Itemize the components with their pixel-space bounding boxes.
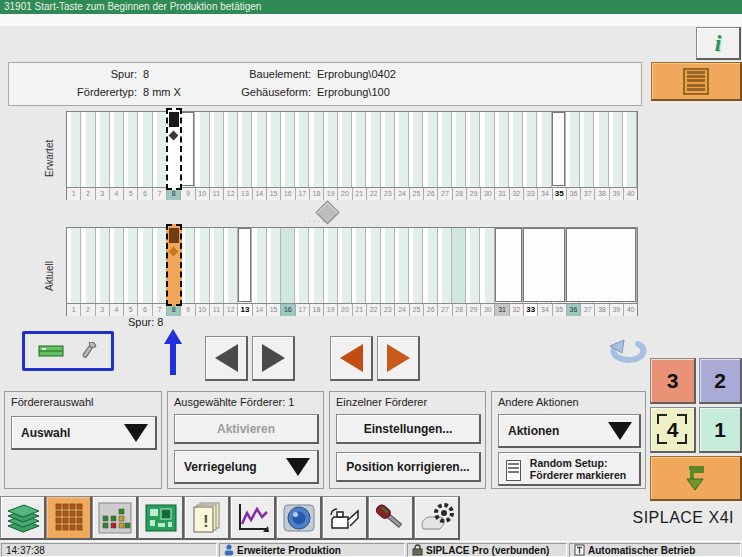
slot-column-7[interactable] [153, 228, 167, 303]
refresh-icon[interactable] [604, 336, 648, 370]
slot-column-10[interactable] [195, 112, 209, 187]
slot-column-21[interactable] [352, 228, 366, 303]
slot-column-9[interactable] [181, 228, 195, 303]
slot-number-29[interactable]: 29 [467, 304, 481, 316]
position-korrigieren-button[interactable]: Position korrigieren... [336, 452, 481, 482]
aktivieren-button[interactable]: Aktivieren [174, 414, 319, 444]
head-button-2[interactable]: 2 [699, 358, 742, 404]
slot-column-3[interactable] [96, 112, 110, 187]
slot-number-4[interactable]: 4 [110, 304, 124, 316]
einstellungen-button[interactable]: Einstellungen... [336, 414, 481, 444]
slot-column-36[interactable] [566, 112, 580, 187]
slot-column-2[interactable] [81, 228, 95, 303]
slot-number-11[interactable]: 11 [210, 304, 224, 316]
slot-number-38[interactable]: 38 [595, 304, 609, 316]
slot-number-1[interactable]: 1 [67, 188, 81, 200]
slot-column-20[interactable] [338, 228, 352, 303]
slot-number-33[interactable]: 33 [524, 304, 538, 316]
slot-number-6[interactable]: 6 [138, 188, 152, 200]
slot-number-19[interactable]: 19 [324, 304, 338, 316]
feeder-block-slot-9[interactable] [181, 112, 194, 186]
slot-number-30[interactable]: 30 [481, 188, 495, 200]
slot-number-10[interactable]: 10 [196, 304, 210, 316]
slot-number-16[interactable]: 16 [281, 304, 295, 316]
help-info-button[interactable]: i [696, 27, 741, 60]
slot-number-35[interactable]: 35 [553, 188, 567, 200]
slot-number-34[interactable]: 34 [538, 304, 552, 316]
slot-number-33[interactable]: 33 [524, 188, 538, 200]
slot-number-2[interactable]: 2 [81, 304, 95, 316]
slot-number-32[interactable]: 32 [510, 304, 524, 316]
toolbar-button-setup[interactable] [414, 496, 460, 540]
slot-number-36[interactable]: 36 [567, 304, 581, 316]
slot-column-23[interactable] [381, 228, 395, 303]
slot-number-20[interactable]: 20 [338, 188, 352, 200]
slot-column-18[interactable] [309, 228, 323, 303]
feeder-block-slot-35[interactable] [552, 112, 565, 186]
slot-number-9[interactable]: 9 [181, 304, 195, 316]
slot-column-40[interactable] [623, 112, 637, 187]
slot-column-22[interactable] [366, 112, 380, 187]
slot-number-22[interactable]: 22 [367, 188, 381, 200]
slot-column-12[interactable] [224, 228, 238, 303]
slot-column-14[interactable] [252, 112, 266, 187]
slot-number-17[interactable]: 17 [296, 304, 310, 316]
slot-number-36[interactable]: 36 [567, 188, 581, 200]
slot-number-5[interactable]: 5 [124, 304, 138, 316]
toolbar-button-pcb[interactable] [138, 496, 184, 540]
slot-number-3[interactable]: 3 [96, 188, 110, 200]
slot-number-14[interactable]: 14 [253, 304, 267, 316]
slot-number-38[interactable]: 38 [595, 188, 609, 200]
slot-column-19[interactable] [324, 112, 338, 187]
slot-number-6[interactable]: 6 [138, 304, 152, 316]
feeder-block-slot-33[interactable] [523, 228, 565, 302]
return-button[interactable] [650, 456, 742, 501]
slot-column-18[interactable] [309, 112, 323, 187]
toolbar-button-statistics[interactable] [230, 496, 276, 540]
slot-column-30[interactable] [480, 228, 494, 303]
slot-number-23[interactable]: 23 [381, 304, 395, 316]
slot-column-26[interactable] [423, 112, 437, 187]
slot-column-25[interactable] [409, 228, 423, 303]
slot-column-28[interactable] [452, 112, 466, 187]
slot-number-40[interactable]: 40 [624, 304, 637, 316]
slot-number-9[interactable]: 9 [181, 188, 195, 200]
slot-column-11[interactable] [210, 112, 224, 187]
toolbar-button-messages[interactable]: ! [184, 496, 230, 540]
slot-number-28[interactable]: 28 [453, 304, 467, 316]
track-next-button[interactable] [252, 336, 295, 381]
slot-column-11[interactable] [210, 228, 224, 303]
slot-number-39[interactable]: 39 [610, 304, 624, 316]
slot-column-16[interactable] [281, 112, 295, 187]
slot-number-31[interactable]: 31 [495, 188, 509, 200]
slot-number-17[interactable]: 17 [296, 188, 310, 200]
slot-column-28[interactable] [452, 228, 466, 303]
slot-column-17[interactable] [295, 112, 309, 187]
feeder-next-button[interactable] [377, 336, 420, 381]
slot-number-10[interactable]: 10 [196, 188, 210, 200]
slot-column-34[interactable] [537, 112, 551, 187]
slot-number-40[interactable]: 40 [624, 188, 637, 200]
slot-column-5[interactable] [124, 228, 138, 303]
feeder-prev-button[interactable] [330, 336, 373, 381]
slot-number-25[interactable]: 25 [410, 304, 424, 316]
slot-column-12[interactable] [224, 112, 238, 187]
slot-column-33[interactable] [523, 112, 537, 187]
slot-number-18[interactable]: 18 [310, 304, 324, 316]
head-button-4-selected[interactable]: 4 [650, 407, 696, 453]
toolbar-button-component-status[interactable] [92, 496, 138, 540]
selected-feeder-slot-8[interactable] [166, 108, 182, 190]
head-button-3[interactable]: 3 [650, 358, 696, 404]
slot-number-5[interactable]: 5 [124, 188, 138, 200]
slot-column-20[interactable] [338, 112, 352, 187]
slot-number-26[interactable]: 26 [424, 188, 438, 200]
slot-number-30[interactable]: 30 [481, 304, 495, 316]
slot-number-24[interactable]: 24 [395, 188, 409, 200]
slot-column-38[interactable] [594, 112, 608, 187]
head-button-1[interactable]: 1 [699, 407, 742, 453]
slot-number-14[interactable]: 14 [253, 188, 267, 200]
view-menu-button[interactable] [651, 62, 742, 101]
feeder-block-slot-36[interactable] [566, 228, 636, 302]
slot-column-24[interactable] [395, 112, 409, 187]
slot-column-15[interactable] [267, 228, 281, 303]
